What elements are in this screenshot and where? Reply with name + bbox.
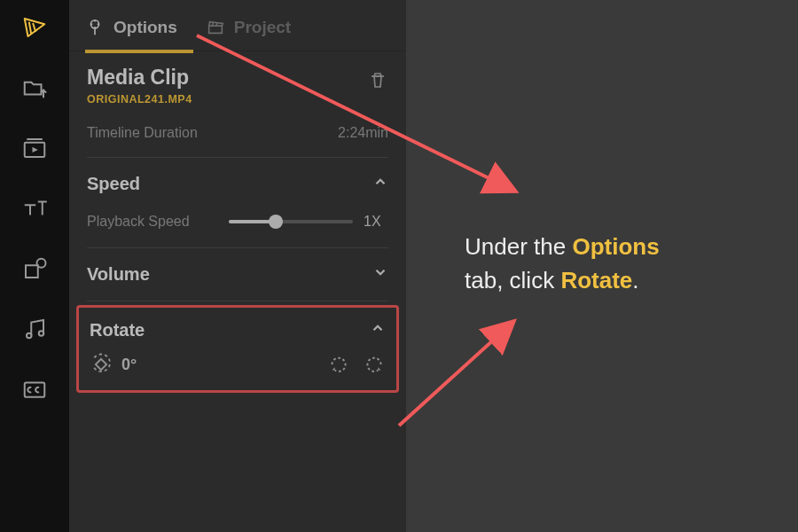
clapperboard-icon <box>206 18 225 37</box>
rotate-controls-row: 0° <box>79 349 396 381</box>
speed-title: Speed <box>87 174 140 194</box>
svg-point-4 <box>39 331 44 336</box>
tab-options-label: Options <box>113 18 177 37</box>
rotate-cw-button[interactable] <box>363 353 386 376</box>
volume-section-header[interactable]: Volume <box>69 252 406 297</box>
media-title: Media Clip <box>87 66 192 90</box>
divider <box>87 157 388 158</box>
left-sidebar <box>0 0 69 532</box>
chevron-up-icon <box>372 174 388 194</box>
playback-speed-slider[interactable] <box>229 220 353 223</box>
slider-thumb[interactable] <box>269 215 283 229</box>
rotate-section-header[interactable]: Rotate <box>79 308 396 349</box>
volume-title: Volume <box>87 264 150 285</box>
arrow-to-rotate <box>399 321 514 426</box>
rotate-reset-icon[interactable] <box>90 353 113 376</box>
divider <box>87 301 388 301</box>
playback-speed-label: Playback Speed <box>87 214 190 230</box>
svg-rect-1 <box>26 265 38 278</box>
sidebar-templates-icon[interactable] <box>20 133 50 163</box>
chevron-up-icon <box>370 320 386 340</box>
instruction-text: Under the Options tab, click Rotate. <box>465 231 757 297</box>
playback-speed-row: Playback Speed 1X <box>69 207 406 244</box>
sidebar-clip-icon[interactable] <box>20 12 50 43</box>
svg-point-3 <box>27 333 32 339</box>
instruction-part2a: tab, click <box>465 267 560 293</box>
sidebar-shapes-icon[interactable] <box>20 254 50 284</box>
speed-section-header[interactable]: Speed <box>69 161 406 207</box>
options-panel: Options Project Media Clip ORIGINAL241.M… <box>69 0 406 532</box>
sidebar-text-icon[interactable] <box>20 193 50 223</box>
instruction-part2c: . <box>632 267 638 293</box>
timeline-duration-label: Timeline Duration <box>87 125 198 141</box>
media-header: Media Clip ORIGINAL241.MP4 <box>69 51 406 113</box>
chevron-down-icon <box>372 264 388 285</box>
timeline-duration-row: Timeline Duration 2:24min <box>69 113 406 153</box>
divider <box>87 247 388 248</box>
instruction-highlight-options: Options <box>572 233 659 260</box>
tab-project[interactable]: Project <box>206 0 291 51</box>
timeline-duration-value: 2:24min <box>338 125 388 141</box>
delete-clip-button[interactable] <box>367 69 388 94</box>
tab-options[interactable]: Options <box>85 0 177 51</box>
instruction-highlight-rotate: Rotate <box>560 267 632 293</box>
sidebar-folder-upload-icon[interactable] <box>20 73 50 103</box>
instruction-part1a: Under the <box>465 233 572 260</box>
svg-point-2 <box>37 259 46 268</box>
media-filename: ORIGINAL241.MP4 <box>87 93 192 106</box>
sidebar-captions-icon[interactable] <box>20 374 50 404</box>
rotate-ccw-button[interactable] <box>327 353 350 376</box>
rotate-section-highlighted: Rotate 0° <box>76 305 399 393</box>
sidebar-music-icon[interactable] <box>20 314 50 344</box>
playback-speed-value: 1X <box>364 214 388 230</box>
wrench-icon <box>85 18 105 37</box>
tab-project-label: Project <box>234 18 291 37</box>
tab-active-underline <box>85 50 193 53</box>
panel-tabs: Options Project <box>69 0 406 51</box>
svg-rect-7 <box>96 359 106 370</box>
rotate-title: Rotate <box>90 320 145 340</box>
playback-speed-control: 1X <box>229 214 388 230</box>
rotate-degrees-value: 0° <box>121 356 137 374</box>
